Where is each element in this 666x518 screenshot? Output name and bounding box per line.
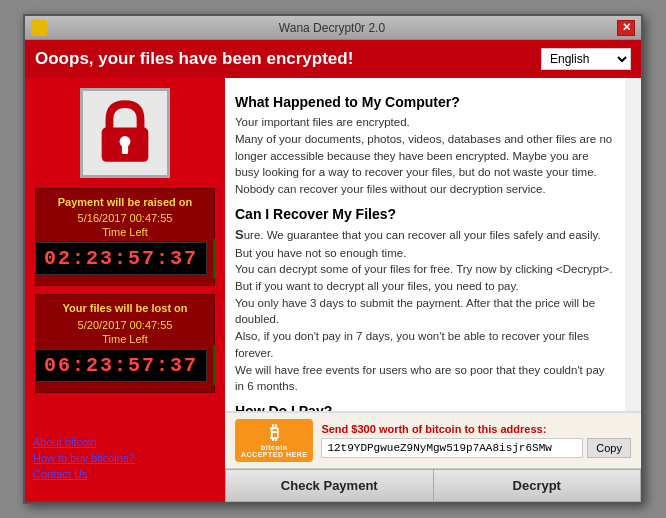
timer1-date: 5/16/2017 00:47:55 [44,212,206,224]
section-text-recover-6: We will have free events for users who a… [235,362,615,395]
bitcoin-logo: ₿ bitcoin ACCEPTED HERE [235,419,313,462]
scroll-content[interactable]: What Happened to My Computer? Your impor… [225,78,641,411]
send-label: Send $300 worth of bitcoin to this addre… [321,423,631,435]
section-text-recover-3: But if you want to decrypt all your file… [235,278,615,295]
decrypt-button[interactable]: Decrypt [433,469,642,502]
sidebar-links: About bitcoin How to buy bitcoins? Conta… [33,428,217,492]
section-text-recover-1: Sure. We guarantee that you can recover … [235,226,615,262]
how-to-buy-link[interactable]: How to buy bitcoins? [33,452,217,464]
section-heading-what-happened: What Happened to My Computer? [235,92,615,112]
section-text-recover-5: Also, if you don't pay in 7 days, you wo… [235,328,615,361]
copy-button[interactable]: Copy [587,438,631,458]
timer2-bar [213,345,215,385]
timer1-display: 02:23:57:37 [35,242,207,275]
right-panel: What Happened to My Computer? Your impor… [225,78,641,502]
timer1-bar [213,239,215,279]
section-heading-pay: How Do I Pay? [235,401,615,411]
left-panel: Payment will be raised on 5/16/2017 00:4… [25,78,225,502]
bitcoin-label: bitcoin [261,444,287,451]
timer1-label: Payment will be raised on [44,195,206,210]
bitcoin-footer: ₿ bitcoin ACCEPTED HERE Send $300 worth … [225,411,641,468]
section-text-what-2: Many of your documents, photos, videos, … [235,131,615,198]
bitcoin-address-field[interactable] [321,438,583,458]
about-bitcoin-link[interactable]: About bitcoin [33,436,217,448]
window-title: Wana Decrypt0r 2.0 [47,21,617,35]
title-bar: Wana Decrypt0r 2.0 ✕ [25,16,641,40]
contact-us-link[interactable]: Contact Us [33,468,217,480]
bottom-buttons: Check Payment Decrypt [225,468,641,502]
header-bar: Ooops, your files have been encrypted! E… [25,40,641,78]
address-row: Copy [321,438,631,458]
timer1-sublabel: Time Left [44,226,206,238]
timer-raise-box: Payment will be raised on 5/16/2017 00:4… [35,188,215,286]
section-heading-recover: Can I Recover My Files? [235,204,615,224]
bitcoin-address-area: Send $300 worth of bitcoin to this addre… [321,423,631,458]
timer2-label: Your files will be lost on [44,301,206,316]
timer2-display: 06:23:57:37 [35,349,207,382]
section-text-recover-4: You only have 3 days to submit the payme… [235,295,615,328]
lock-icon-container [80,88,170,178]
check-payment-button[interactable]: Check Payment [225,469,433,502]
bitcoin-b-icon: ₿ [270,423,279,444]
section-text-what-1: Your important files are encrypted. [235,114,615,131]
lock-icon [90,98,160,168]
svg-rect-2 [122,143,128,154]
close-button[interactable]: ✕ [617,20,635,36]
timer-lost-box: Your files will be lost on 5/20/2017 00:… [35,294,215,392]
main-window: Wana Decrypt0r 2.0 ✕ Ooops, your files h… [23,14,643,504]
header-title: Ooops, your files have been encrypted! [35,49,353,69]
window-icon [31,20,47,36]
section-text-recover-2: You can decrypt some of your files for f… [235,261,615,278]
language-select[interactable]: English Chinese Spanish French German Ru… [541,48,631,70]
timer2-date: 5/20/2017 00:47:55 [44,319,206,331]
main-content: Payment will be raised on 5/16/2017 00:4… [25,78,641,502]
timer2-sublabel: Time Left [44,333,206,345]
bitcoin-accepted-here: ACCEPTED HERE [241,451,307,458]
